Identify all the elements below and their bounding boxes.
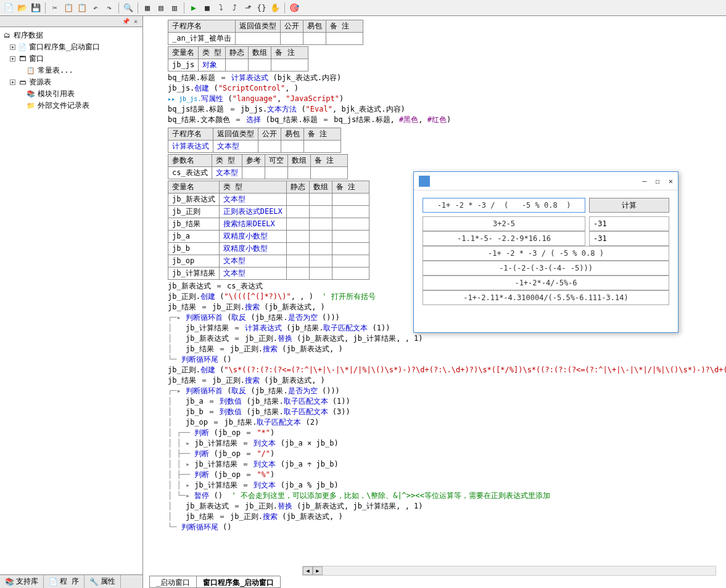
tree-item[interactable]: 📋常量表... [1,65,141,76]
table-sub2: 子程序名返回值类型公开易包备 注计算表达式文本型 [168,128,341,153]
expr-button-4[interactable]: -1+-2*-4/-5%-6 [423,276,669,290]
minimize-icon[interactable]: — [642,177,646,186]
undo-icon[interactable]: ↶ [89,2,102,14]
tree-root-label: 程序数据 [14,30,43,41]
tree: 🗂 程序数据 +📄窗口程序集_启动窗口+🗔窗口📋常量表...+🗃资源表📚模块引用… [0,27,142,574]
popup-window: — ☐ ✕ 计算 3+2-5-31-1.1*-5- -2.2-9*16.16-3… [413,171,679,333]
redo-icon[interactable]: ↷ [103,2,115,14]
watch-icon[interactable]: {} [255,2,268,14]
tree-item-label: 外部文件记录表 [38,100,89,111]
sidebar-tabs: 📚支持库 📄程 序 🔧属性 [0,574,142,588]
tree-item[interactable]: +🗔窗口 [1,53,141,65]
expr-button-2[interactable]: -1+ -2 * -3 / ( -5 % 0.8 ) [423,246,669,261]
stop-icon[interactable]: ■ [201,2,213,14]
stepout-icon[interactable]: ⬏ [242,2,254,14]
paste-icon[interactable]: 📋 [76,2,88,14]
calc-button[interactable]: 计算 [589,198,669,213]
tree-expand-icon[interactable]: + [10,56,15,62]
tree-expand-icon[interactable]: + [10,44,15,50]
table-param: 参数名类 型参考可空数组备 注cs_表达式文本型 [168,154,348,179]
expr-button-3[interactable]: -1-(-2-(-3-(-4- -5))) [423,261,669,276]
sidebar-tab-lib[interactable]: 📚支持库 [0,575,44,588]
hscrollbar[interactable]: ◀▶ [302,566,716,576]
tree-item[interactable]: +📄窗口程序集_启动窗口 [1,41,141,53]
sidebar-pin-icon[interactable]: 📌 [122,17,130,26]
open-icon[interactable]: 📂 [16,2,28,14]
expr-button-5[interactable]: -1+-2.11*-4.310004/(-5.5%-6.111-3.14) [423,290,669,305]
result-1: -31 [589,231,669,246]
bottom-tab-2[interactable]: 窗口程序集_启动窗口 [196,576,281,588]
pane3-icon[interactable]: ▥ [168,2,181,14]
sidebar: 📌 ✕ 🗂 程序数据 +📄窗口程序集_启动窗口+🗔窗口📋常量表...+🗃资源表📚… [0,16,143,588]
hand-icon[interactable]: ✋ [269,2,281,14]
tree-item-icon: 📁 [27,102,35,110]
tree-item-icon: 📄 [18,43,27,52]
tree-item[interactable]: +🗃资源表 [1,76,141,88]
tree-expand-icon[interactable]: + [10,80,15,85]
tree-root-icon: 🗂 [2,31,11,40]
tree-item-label: 常量表... [38,65,73,76]
close-icon[interactable]: ✕ [669,177,673,186]
expr-button-1[interactable]: -1.1*-5- -2.2-9*16.16 [423,231,585,246]
sidebar-close-icon[interactable]: ✕ [131,17,140,26]
new-icon[interactable]: 📄 [2,2,15,14]
step-icon[interactable]: ⤵ [215,2,227,14]
expression-input[interactable] [423,198,585,213]
copy-icon[interactable]: 📋 [62,2,75,14]
run-icon[interactable]: ▶ [188,2,200,14]
tree-item-label: 窗口程序集_启动窗口 [29,42,100,52]
tree-item-icon: 📚 [27,90,35,99]
save-icon[interactable]: 💾 [30,2,42,14]
cut-icon[interactable]: ✂ [49,2,61,14]
find-icon[interactable]: 🔍 [122,2,134,14]
tree-item-label: 窗口 [29,54,44,64]
tree-item-icon: 🗃 [18,78,27,87]
pane2-icon[interactable]: ▤ [155,2,167,14]
target-icon[interactable]: 🎯 [288,2,300,14]
tree-item-icon: 📋 [27,67,35,75]
popup-icon [419,176,430,187]
bottom-tab-1[interactable]: _启动窗口 [149,576,197,588]
result-0: -31 [589,216,669,231]
bottom-tabs: _启动窗口 窗口程序集_启动窗口 [149,576,280,588]
popup-titlebar[interactable]: — ☐ ✕ [414,172,678,190]
tree-item-label: 资源表 [29,77,51,88]
tree-item-label: 模块引用表 [38,89,75,99]
table-var1: 变量名类 型静态数组备 注jb_js对象 [168,46,308,71]
tree-item[interactable]: 📁外部文件记录表 [1,100,141,112]
maximize-icon[interactable]: ☐ [656,177,660,186]
table-sub1: 子程序名返回值类型公开易包备 注_an_计算_被单击 [168,20,363,45]
tree-item[interactable]: 📚模块引用表 [1,88,141,100]
tree-root[interactable]: 🗂 程序数据 [1,30,141,41]
pane1-icon[interactable]: ▦ [141,2,154,14]
table-var2: 变量名类 型静态数组备 注jb_新表达式文本型jb_正则正则表达式DEELXjb… [168,181,369,280]
expr-button-0[interactable]: 3+2-5 [423,216,585,231]
sidebar-tab-prop[interactable]: 🔧属性 [85,575,121,588]
stepover-icon[interactable]: ⤴ [228,2,241,14]
toolbar: 📄 📂 💾 ✂ 📋 📋 ↶ ↷ 🔍 ▦ ▤ ▥ ▶ ■ ⤵ ⤴ ⬏ {} ✋ 🎯 [0,0,726,16]
tree-item-icon: 🗔 [18,55,27,63]
sidebar-tab-prog[interactable]: 📄程 序 [44,575,85,588]
